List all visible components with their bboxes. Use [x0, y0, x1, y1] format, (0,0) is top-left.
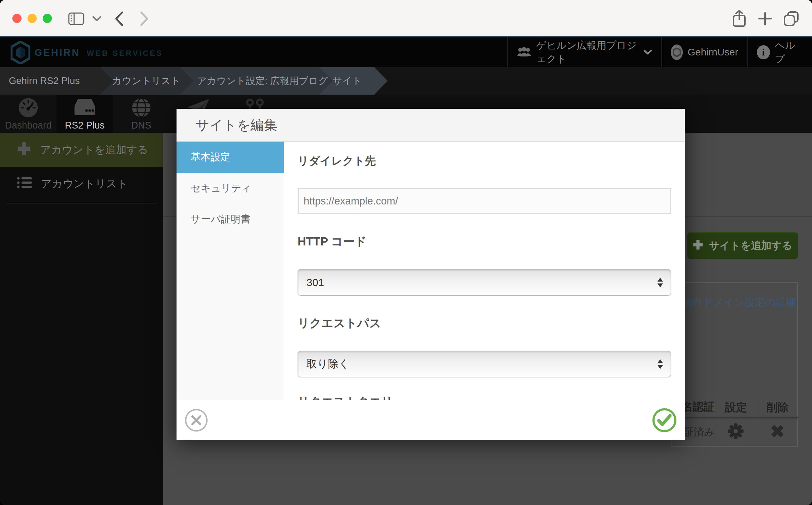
- zoom-window-button[interactable]: [43, 14, 52, 23]
- list-icon: [17, 177, 32, 191]
- sidebar-item-label: アカウントリスト: [41, 177, 128, 191]
- tab-security[interactable]: セキュリティ: [177, 173, 284, 204]
- globe-icon: [113, 97, 169, 119]
- request-query-label: リクエストクエリ: [298, 394, 671, 400]
- user-menu[interactable]: GehirnUser: [661, 37, 747, 67]
- sidebar: アカウントを追加する アカウントリスト: [0, 133, 163, 505]
- plus-icon: [17, 142, 31, 158]
- cancel-button[interactable]: [185, 409, 208, 432]
- brand-suffix: WEB SERVICES: [86, 49, 163, 58]
- add-site-button[interactable]: サイトを追加する: [687, 232, 798, 259]
- chevron-down-icon: [644, 49, 652, 55]
- sidebar-item-label: アカウントを追加する: [40, 143, 148, 157]
- add-site-label: サイトを追加する: [709, 239, 792, 253]
- modal-footer: [177, 400, 685, 440]
- project-selector[interactable]: ゲヒルン広報用プロジェクト: [507, 37, 661, 67]
- server-icon: [56, 97, 113, 119]
- tab-basic-settings[interactable]: 基本設定: [177, 142, 284, 173]
- gauge-icon: [0, 97, 56, 119]
- request-path-select[interactable]: 取り除く: [298, 351, 671, 377]
- domain-detail-link[interactable]: 独自ドメイン設定の詳細: [682, 296, 796, 310]
- sidebar-divider: [7, 203, 156, 203]
- edit-site-modal: サイトを編集 基本設定 セキュリティ サーバ証明書 リダイレクト先 https:…: [177, 109, 685, 440]
- modal-title: サイトを編集: [177, 109, 685, 142]
- select-spinner-icon: [657, 278, 663, 287]
- browser-window: GEHIRN WEB SERVICES ゲヒルン広報用プロジェクト Gehirn…: [0, 0, 812, 505]
- modal-form: リダイレクト先 https://example.com/ HTTP コード 30…: [284, 142, 685, 400]
- breadcrumb-item-rs2plus[interactable]: Gehirn RS2 Plus: [0, 67, 114, 95]
- app-header: GEHIRN WEB SERVICES ゲヒルン広報用プロジェクト Gehirn…: [0, 36, 812, 67]
- http-code-select[interactable]: 301: [298, 269, 671, 296]
- nav-item-dashboard[interactable]: Dashboard: [0, 95, 56, 133]
- settings-gear-icon[interactable]: [715, 423, 757, 442]
- sidebar-item-account-list[interactable]: アカウントリスト: [0, 167, 163, 201]
- chevron-down-icon[interactable]: [88, 10, 106, 28]
- nav-label: Dashboard: [0, 120, 56, 131]
- minimize-window-button[interactable]: [28, 14, 37, 23]
- project-name: ゲヒルン広報用プロジェクト: [536, 39, 639, 66]
- nav-item-rs2plus[interactable]: RS2 Plus: [56, 95, 113, 133]
- brand-name: GEHIRN: [35, 47, 80, 58]
- http-code-label: HTTP コード: [298, 234, 671, 250]
- modal-tab-list: 基本設定 セキュリティ サーバ証明書: [177, 142, 284, 400]
- nav-item-dns[interactable]: DNS: [113, 95, 169, 133]
- help-label: ヘルプ: [775, 39, 803, 66]
- info-icon: i: [757, 45, 770, 59]
- request-path-label: リクエストパス: [298, 315, 671, 331]
- redirect-label: リダイレクト先: [298, 154, 671, 168]
- select-spinner-icon: [657, 359, 663, 369]
- user-name: GehirnUser: [688, 47, 738, 58]
- gehirn-logo[interactable]: GEHIRN WEB SERVICES: [11, 41, 163, 64]
- gehirn-hexagon-icon: [11, 41, 30, 64]
- close-icon: [191, 415, 202, 426]
- check-icon: [657, 414, 671, 426]
- confirm-button[interactable]: [652, 408, 676, 432]
- new-tab-icon[interactable]: [756, 10, 774, 28]
- plus-icon: [693, 239, 703, 252]
- redirect-input[interactable]: https://example.com/: [298, 188, 671, 214]
- sidebar-item-add-account[interactable]: アカウントを追加する: [0, 133, 163, 167]
- nav-label: RS2 Plus: [56, 120, 113, 131]
- tab-server-certificate[interactable]: サーバ証明書: [177, 204, 284, 235]
- column-settings: 設定: [715, 397, 757, 417]
- help-menu[interactable]: i ヘルプ: [747, 37, 812, 67]
- browser-toolbar: [0, 0, 812, 36]
- nav-label: DNS: [113, 120, 169, 131]
- avatar: [671, 44, 683, 60]
- domain-settings-panel: 独自ドメイン設定の詳細 ン名認証 設定 削除 証済み: [671, 282, 798, 447]
- back-button[interactable]: [110, 10, 128, 28]
- delete-x-icon[interactable]: [757, 424, 798, 441]
- forward-button[interactable]: [135, 10, 154, 28]
- close-window-button[interactable]: [12, 14, 22, 23]
- breadcrumb: サイト アカウント設定: 広報用ブログ アカウントリスト Gehirn RS2 …: [0, 67, 812, 95]
- sidebar-toggle-icon[interactable]: [67, 10, 85, 28]
- users-icon: [517, 46, 531, 59]
- share-icon[interactable]: [730, 10, 748, 28]
- tab-overview-icon[interactable]: [782, 10, 800, 28]
- column-delete: 削除: [757, 397, 798, 417]
